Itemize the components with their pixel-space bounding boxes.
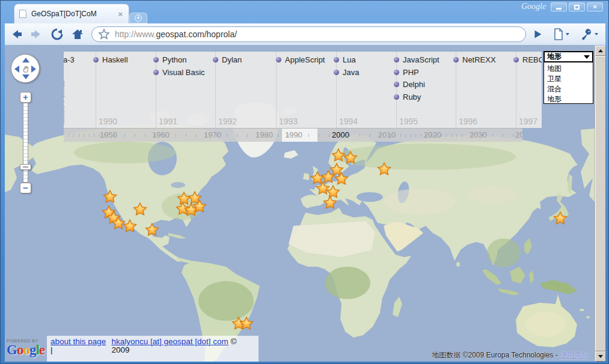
timeline-event[interactable]: Ruby	[394, 93, 421, 102]
map-star-marker[interactable]	[146, 223, 159, 235]
zoom-slider-track[interactable]	[23, 103, 28, 183]
event-label[interactable]: Dylan	[222, 55, 242, 64]
map-star-marker[interactable]	[344, 151, 357, 163]
pan-up-icon[interactable]	[22, 58, 29, 62]
page-menu-button[interactable]	[549, 26, 573, 42]
map-type-option[interactable]: 混合	[544, 83, 593, 93]
timeline-event[interactable]: Lua	[334, 55, 356, 64]
vertical-scrollbar[interactable]	[595, 46, 605, 362]
timeline-event[interactable]: NetREXX	[453, 55, 496, 64]
back-button[interactable]	[7, 26, 25, 42]
map-star-marker[interactable]	[134, 203, 147, 215]
about-page-link[interactable]: about this page	[50, 337, 106, 346]
map-star-marker[interactable]	[378, 163, 391, 175]
timeline-event[interactable]: PHP	[394, 68, 419, 77]
event-dot-icon[interactable]	[394, 82, 399, 87]
minimize-button[interactable]	[551, 2, 567, 11]
pan-down-icon[interactable]	[22, 74, 29, 79]
reload-button[interactable]	[48, 26, 66, 42]
event-label[interactable]: JavaScript	[403, 55, 439, 64]
pan-left-icon[interactable]	[14, 65, 19, 73]
event-dot-icon[interactable]	[153, 70, 159, 75]
map-star-marker[interactable]	[178, 192, 191, 204]
go-button[interactable]	[528, 26, 546, 42]
timeline-events-band[interactable]: Timeline © SIMILE 1990199119921993199419…	[64, 52, 542, 128]
contact-email-link[interactable]: hkalyoncu [at] geospat [dot] com	[111, 337, 228, 346]
map-star-marker[interactable]	[332, 149, 345, 161]
world-map[interactable]: + − Timeline © SIMILE 199019911992199319…	[5, 46, 595, 362]
map-pan-control[interactable]	[11, 54, 40, 83]
event-label[interactable]: a-3	[64, 55, 75, 64]
event-dot-icon[interactable]	[153, 57, 159, 62]
event-label[interactable]: Ruby	[403, 93, 421, 102]
map-star-marker[interactable]	[554, 212, 567, 224]
event-label[interactable]: Visual Basic	[162, 68, 205, 77]
address-bar[interactable]: http://www.geospat.com/hoprola/	[91, 26, 526, 42]
timeline-event[interactable]: Java	[334, 68, 359, 77]
forward-button[interactable]	[28, 26, 46, 42]
timeline-event[interactable]: REBOL	[513, 55, 542, 64]
close-button[interactable]: ×	[587, 2, 603, 11]
event-dot-icon[interactable]	[394, 70, 399, 75]
event-dot-icon[interactable]	[334, 57, 339, 62]
event-label[interactable]: Python	[162, 55, 186, 64]
timeline-event[interactable]: a-3	[64, 55, 75, 64]
bookmark-star-icon[interactable]	[98, 28, 110, 40]
event-dot-icon[interactable]	[93, 57, 99, 62]
map-type-option[interactable]: 地图	[544, 62, 593, 73]
timeline-event[interactable]: Dylan	[213, 55, 242, 64]
timeline-overview-band[interactable]: 1950196019701980199020002010202020302040	[64, 128, 522, 142]
hand-icon[interactable]	[22, 65, 30, 73]
event-dot-icon[interactable]	[513, 57, 519, 62]
map-type-selected[interactable]: 地形	[543, 51, 593, 62]
map-star-marker[interactable]	[317, 182, 329, 194]
google-attribution-logo[interactable]: POWERED BY Google	[7, 339, 44, 357]
timeline-event[interactable]: Visual Basic	[153, 68, 205, 77]
event-label[interactable]: PHP	[403, 68, 419, 77]
tab-title: GeOSpaT[DoT]CoM	[31, 10, 117, 18]
timeline-event[interactable]: Python	[153, 55, 186, 64]
map-type-option[interactable]: 卫星	[544, 73, 593, 83]
timeline-event[interactable]: Haskell	[93, 55, 128, 64]
map-star-marker[interactable]	[322, 171, 335, 183]
pan-right-icon[interactable]	[31, 65, 36, 73]
zoom-slider-handle[interactable]	[20, 164, 31, 170]
terms-of-use-link[interactable]: 使用条款	[560, 351, 589, 359]
event-dot-icon[interactable]	[394, 57, 399, 62]
titlebar[interactable]: GeOSpaT[DoT]CoM × + Google ×	[1, 1, 608, 23]
scroll-down-button[interactable]	[595, 351, 606, 362]
event-label[interactable]: NetREXX	[462, 55, 496, 64]
map-star-marker[interactable]	[124, 220, 136, 232]
event-dot-icon[interactable]	[276, 57, 281, 62]
event-label[interactable]: REBOL	[522, 55, 542, 64]
event-dot-icon[interactable]	[213, 57, 218, 62]
tools-menu-button[interactable]	[575, 26, 602, 42]
map-type-selector[interactable]: 地形 地图卫星混合地形	[543, 51, 593, 104]
event-label[interactable]: AppleScript	[285, 55, 325, 64]
zoom-in-button[interactable]: +	[20, 92, 31, 103]
timeline-event[interactable]: AppleScript	[276, 55, 325, 64]
map-star-marker[interactable]	[324, 196, 337, 208]
maximize-button[interactable]	[569, 2, 585, 11]
map-star-marker[interactable]	[311, 172, 324, 184]
event-dot-icon[interactable]	[453, 57, 459, 62]
home-button[interactable]	[69, 26, 87, 42]
tab-close-icon[interactable]: ×	[117, 10, 124, 19]
map-star-marker[interactable]	[335, 172, 348, 184]
timeline-event[interactable]: Delphi	[394, 80, 425, 89]
event-dot-icon[interactable]	[394, 94, 399, 100]
url-text[interactable]: http://www.geospat.com/hoprola/	[115, 29, 237, 39]
new-tab-button[interactable]: +	[129, 13, 147, 23]
scrollbar-thumb[interactable]	[595, 56, 606, 351]
event-label[interactable]: Java	[343, 68, 359, 77]
timeline-event[interactable]: JavaScript	[394, 55, 439, 64]
event-dot-icon[interactable]	[334, 70, 339, 75]
scroll-up-button[interactable]	[595, 46, 606, 56]
event-label[interactable]: Delphi	[403, 80, 425, 89]
zoom-out-button[interactable]: −	[20, 183, 31, 193]
map-star-marker[interactable]	[104, 190, 117, 202]
event-label[interactable]: Haskell	[102, 55, 128, 64]
browser-tab[interactable]: GeOSpaT[DoT]CoM ×	[14, 4, 129, 23]
event-label[interactable]: Lua	[343, 55, 356, 64]
map-type-option[interactable]: 地形	[544, 93, 593, 103]
